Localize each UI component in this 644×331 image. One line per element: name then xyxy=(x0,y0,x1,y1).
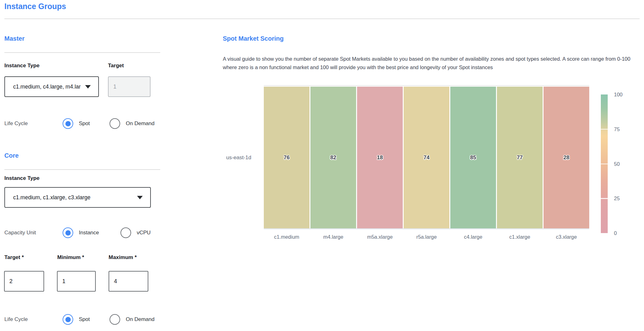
master-section-heading: Master xyxy=(4,35,24,42)
spot-market-scoring-heading: Spot Market Scoring xyxy=(223,35,284,42)
heatmap-row-label: us-east-1d xyxy=(223,87,251,228)
radio-selected-icon xyxy=(63,118,73,129)
core-minimum-label: Minimum * xyxy=(57,254,84,261)
core-instance-type-value: c1.medium, c1.xlarge, c3.xlarge xyxy=(13,194,90,201)
core-divider xyxy=(4,169,160,170)
radio-unselected-icon xyxy=(110,314,120,325)
core-section-heading: Core xyxy=(4,152,19,159)
heatmap-category-label: c3.xlarge xyxy=(544,234,589,240)
heatmap-category-label: c1.medium xyxy=(264,234,309,240)
heatmap-top-border xyxy=(264,85,589,86)
master-instance-type-value: c1.medium, c4.large, m4.large, … xyxy=(13,84,81,90)
title-divider xyxy=(4,18,640,19)
core-life-cycle-label: Life Cycle xyxy=(4,314,28,325)
colorbar-gradient xyxy=(601,94,608,233)
heatmap-cell: 28 xyxy=(544,87,589,228)
heatmap-cell: 77 xyxy=(497,87,543,228)
core-life-cycle-group: Life Cycle Spot On Demand xyxy=(4,314,167,325)
master-life-cycle-label: Life Cycle xyxy=(4,118,28,129)
master-instance-type-select[interactable]: c1.medium, c4.large, m4.large, … xyxy=(4,76,99,97)
core-minimum-input[interactable] xyxy=(57,271,96,292)
heatmap-cell: 18 xyxy=(357,87,403,228)
master-instance-type-label: Instance Type xyxy=(4,63,39,69)
core-target-input[interactable] xyxy=(4,271,44,292)
master-life-cycle-spot-radio[interactable]: Spot xyxy=(63,118,90,129)
master-life-cycle-group: Life Cycle Spot On Demand xyxy=(4,118,167,129)
core-life-cycle-on-demand-radio[interactable]: On Demand xyxy=(110,314,155,325)
master-target-label: Target xyxy=(108,63,124,69)
heatmap-category-label: c4.large xyxy=(450,234,496,240)
heatmap-cell-value: 77 xyxy=(517,155,523,161)
colorbar-tick-line xyxy=(601,198,608,199)
core-maximum-label: Maximum * xyxy=(109,254,137,261)
heatmap-category-label: m4.large xyxy=(310,234,356,240)
heatmap-cell: 76 xyxy=(264,87,309,228)
core-capacity-unit-label: Capacity Unit xyxy=(4,227,36,238)
core-capacity-unit-group: Capacity Unit Instance vCPU xyxy=(4,227,167,238)
heatmap-cell: 85 xyxy=(450,87,496,228)
core-instance-type-select[interactable]: c1.medium, c1.xlarge, c3.xlarge xyxy=(4,187,151,208)
heatmap-cell-value: 82 xyxy=(330,155,336,161)
colorbar-tick-label: 75 xyxy=(614,125,633,133)
heatmap-cell-value: 85 xyxy=(470,155,476,161)
page-title: Instance Groups xyxy=(4,2,66,11)
core-capacity-unit-vcpu-radio[interactable]: vCPU xyxy=(120,227,151,238)
core-instance-type-label: Instance Type xyxy=(4,175,39,181)
heatmap-cell-value: 76 xyxy=(284,155,290,161)
core-target-label: Target * xyxy=(4,254,24,261)
heatmap-category-labels: c1.mediumm4.largem5a.xlarger5a.largec4.l… xyxy=(264,234,589,240)
chevron-down-icon xyxy=(137,196,143,199)
heatmap-category-label: c1.xlarge xyxy=(497,234,543,240)
spot-market-scoring-description: A visual guide to show you the number of… xyxy=(223,55,640,72)
heatmap-cell: 74 xyxy=(404,87,449,228)
master-target-input[interactable] xyxy=(108,76,151,97)
radio-unselected-icon xyxy=(120,227,131,238)
core-maximum-input[interactable] xyxy=(109,271,148,292)
master-life-cycle-on-demand-radio[interactable]: On Demand xyxy=(110,118,155,129)
colorbar-tick-label: 50 xyxy=(614,160,633,168)
radio-unselected-icon xyxy=(110,118,120,129)
heatmap-bottom-border xyxy=(264,228,589,229)
core-life-cycle-spot-radio[interactable]: Spot xyxy=(63,314,90,325)
instance-groups-page: Instance Groups Master Instance Type Tar… xyxy=(0,0,644,331)
heatmap-category-label: r5a.large xyxy=(404,234,449,240)
colorbar-tick-label: 25 xyxy=(614,194,633,202)
colorbar-tick-line xyxy=(601,129,608,130)
radio-selected-icon xyxy=(63,314,73,325)
chevron-down-icon xyxy=(85,85,91,89)
heatmap-cell: 82 xyxy=(310,87,356,228)
radio-selected-icon xyxy=(63,227,73,238)
colorbar-tick-label: 0 xyxy=(614,229,633,237)
heatmap-columns: 76821874857728 xyxy=(264,87,589,228)
colorbar-tick-label: 100 xyxy=(614,90,633,99)
spot-market-heatmap: us-east-1d 76821874857728 c1.mediumm4.la… xyxy=(223,87,644,249)
heatmap-cell-value: 28 xyxy=(564,155,570,161)
master-divider xyxy=(4,52,160,53)
colorbar-tick-line xyxy=(601,164,608,165)
heatmap-cell-value: 74 xyxy=(424,155,430,161)
heatmap-cell-value: 18 xyxy=(377,155,383,161)
core-capacity-unit-instance-radio[interactable]: Instance xyxy=(63,227,99,238)
heatmap-category-label: m5a.xlarge xyxy=(357,234,403,240)
